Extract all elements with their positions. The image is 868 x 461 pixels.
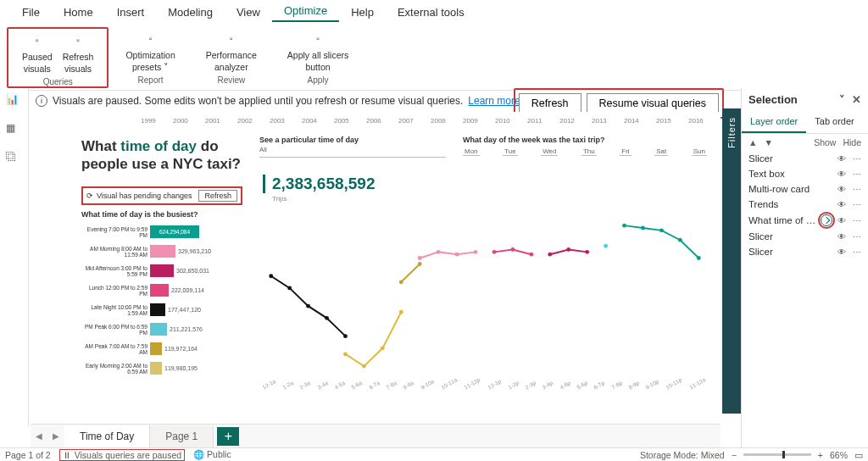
page-tab[interactable]: Time of Day xyxy=(64,425,150,447)
selection-item[interactable]: Trends👁⋯ xyxy=(742,197,868,212)
year-tick: 2003 xyxy=(270,117,285,127)
ribbon-group-label: Apply xyxy=(308,75,329,85)
bar-row: Mid Afternoon 3:00 PM to 5:59 PM302,850,… xyxy=(81,261,251,280)
more-options-icon[interactable]: ⋯ xyxy=(853,247,861,257)
model-view-icon[interactable]: ⿻ xyxy=(6,151,23,168)
svg-point-17 xyxy=(529,253,533,257)
menu-external-tools[interactable]: External tools xyxy=(386,3,476,22)
year-tick: 2005 xyxy=(334,117,349,127)
menu-help[interactable]: Help xyxy=(339,3,386,22)
show-label[interactable]: Show xyxy=(814,137,836,147)
dow-slicer-item[interactable]: Mon xyxy=(463,147,480,156)
selection-item[interactable]: Slicer👁⋯ xyxy=(742,244,868,259)
hide-label[interactable]: Hide xyxy=(843,137,861,147)
slicer-all[interactable]: All xyxy=(259,146,446,158)
menu-file[interactable]: File xyxy=(10,3,52,22)
visibility-toggle-icon[interactable]: 👁 xyxy=(837,216,849,225)
apply-all-slicers[interactable]: ▫Apply all slicersbutton xyxy=(282,27,353,74)
selection-item[interactable]: Slicer👁⋯ xyxy=(742,151,868,166)
zoom-in[interactable]: + xyxy=(818,450,823,460)
visibility-toggle-icon[interactable]: 👁 xyxy=(837,200,849,209)
menu-optimize[interactable]: Optimize xyxy=(272,1,339,22)
refresh-visual-button[interactable]: Refresh xyxy=(198,190,237,202)
year-tick: 2000 xyxy=(173,117,188,127)
filters-pane-toggle[interactable]: Filters xyxy=(722,108,741,414)
more-options-icon[interactable]: ⋯ xyxy=(853,185,861,194)
svg-point-10 xyxy=(418,262,422,266)
add-page-button[interactable]: + xyxy=(217,427,239,446)
refresh-visuals[interactable]: ▫Refreshvisuals xyxy=(58,29,99,75)
svg-point-12 xyxy=(437,250,441,254)
move-down-icon[interactable]: ▼ xyxy=(764,137,772,147)
selection-tab-tab-order[interactable]: Tab order xyxy=(806,111,862,133)
selection-pane: Selection ˅ ✕ Layer orderTab order ▲ ▼ S… xyxy=(741,88,868,461)
page-prev[interactable]: ◀ xyxy=(31,431,47,441)
total-trips-label: Trips xyxy=(272,195,287,203)
data-view-icon[interactable]: ▦ xyxy=(6,122,23,139)
report-canvas: 1999200020012002200320042005200620072008… xyxy=(31,112,721,424)
svg-point-0 xyxy=(269,274,273,278)
selection-item[interactable]: Multi-row card👁⋯ xyxy=(742,181,868,197)
year-tick: 2009 xyxy=(463,117,478,127)
trends-line-chart xyxy=(263,205,707,383)
year-tick: 2006 xyxy=(366,117,381,127)
menu-view[interactable]: View xyxy=(225,3,272,22)
move-up-icon[interactable]: ▲ xyxy=(748,137,757,147)
svg-point-5 xyxy=(343,352,348,356)
menu-home[interactable]: Home xyxy=(52,3,105,22)
visibility-toggle-icon[interactable]: 👁 xyxy=(837,232,849,242)
more-options-icon[interactable]: ⋯ xyxy=(853,154,861,164)
learn-more-link[interactable]: Learn more xyxy=(468,95,520,107)
fit-page-icon[interactable]: ▭ xyxy=(854,450,863,460)
selection-item[interactable]: Text box👁⋯ xyxy=(742,166,868,181)
more-options-icon[interactable]: ⋯ xyxy=(853,232,861,242)
year-tick: 2013 xyxy=(592,117,607,127)
title-textbox: What time of day do people use a NYC tax… xyxy=(81,137,251,174)
resume-visual-queries-button[interactable]: Resume visual queries xyxy=(587,93,719,114)
bar-row: Early Morning 2:00 AM to 6:59 AM119,980,… xyxy=(81,358,251,378)
menu-insert[interactable]: Insert xyxy=(105,3,157,22)
more-options-icon[interactable]: ⋯ xyxy=(853,169,861,179)
year-tick: 2011 xyxy=(527,117,542,127)
page-tab[interactable]: Page 1 xyxy=(150,425,214,447)
visibility-toggle-icon[interactable]: 👁 xyxy=(837,154,849,164)
selection-expand-icon[interactable]: ˅ xyxy=(839,93,845,106)
visibility-toggle-icon[interactable]: 👁 xyxy=(837,169,849,179)
more-options-icon[interactable]: ⋯ xyxy=(853,216,861,225)
paused-visuals[interactable]: ▫Pausedvisuals xyxy=(17,29,58,75)
visibility-toggle-icon[interactable]: 👁 xyxy=(837,247,849,257)
dow-slicer-item[interactable]: Thu xyxy=(581,147,597,156)
year-tick: 2014 xyxy=(624,117,639,127)
slicer-title-1: See a particular time of day xyxy=(259,136,359,144)
svg-point-3 xyxy=(325,316,329,320)
bar-row: AM Peak 7:00 AM to 7:59 AM119,972,164 xyxy=(81,339,251,358)
year-tick: 2002 xyxy=(237,117,253,127)
svg-point-20 xyxy=(585,250,589,254)
dow-slicer-item[interactable]: Fri xyxy=(620,147,631,156)
performance-analyzer[interactable]: ▫Performanceanalyzer xyxy=(201,27,262,74)
svg-point-2 xyxy=(306,304,310,308)
info-icon: i xyxy=(36,95,47,107)
optimization-presets[interactable]: ▫Optimizationpresets ˅ xyxy=(120,27,180,74)
more-options-icon[interactable]: ⋯ xyxy=(853,200,861,209)
selection-item[interactable]: Slicer👁⋯ xyxy=(742,229,868,244)
visibility-toggle-icon[interactable]: 👁 xyxy=(837,185,849,194)
dow-slicer-item[interactable]: Wed xyxy=(541,147,558,156)
pending-refresh-icon[interactable] xyxy=(821,214,832,226)
selection-tab-layer-order[interactable]: Layer order xyxy=(742,111,806,133)
dow-slicer-item[interactable]: Sat xyxy=(654,147,668,156)
page-next[interactable]: ▶ xyxy=(47,431,64,441)
report-view-icon[interactable]: 📊 xyxy=(6,93,23,110)
bar-row: Evening 7:00 PM to 9:59 PM624,294,084 xyxy=(81,222,251,242)
svg-point-23 xyxy=(641,226,645,230)
zoom-slider[interactable] xyxy=(743,453,811,456)
zoom-out[interactable]: − xyxy=(732,450,737,460)
refresh-button[interactable]: Refresh xyxy=(519,93,581,114)
dow-slicer-item[interactable]: Tue xyxy=(503,147,518,156)
slicer-title-2: What day of the week was the taxi trip? xyxy=(463,136,605,144)
selection-close-icon[interactable]: ✕ xyxy=(852,93,861,106)
ribbon-group-label: Review xyxy=(217,75,245,85)
selection-item[interactable]: What time of day ...👁⋯ xyxy=(742,212,868,229)
menu-modeling[interactable]: Modeling xyxy=(156,3,225,22)
dow-slicer-item[interactable]: Sun xyxy=(692,147,707,156)
